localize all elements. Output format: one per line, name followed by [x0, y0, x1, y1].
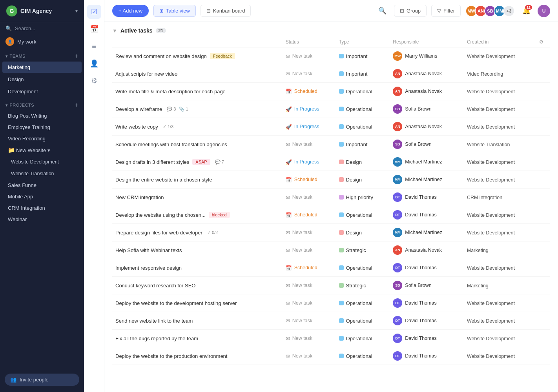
notifications-button[interactable]: 🔔 12 [520, 4, 533, 18]
task-created-in-col: Website Development [464, 83, 536, 100]
task-responsible: AN Anastasia Novak [393, 245, 461, 255]
task-name: Schedule meetings with best translation … [115, 142, 227, 147]
table-row[interactable]: Write website copy✓ 1/3 🚀 In Progress Op… [112, 118, 550, 136]
task-status: ✉ New task [286, 194, 333, 200]
task-type: Important [339, 53, 387, 59]
invite-icon: 👥 [10, 377, 16, 383]
task-status: ✉ New task [286, 53, 333, 59]
sidebar-item-mobile-app[interactable]: Mobile App [2, 191, 82, 202]
table-row[interactable]: Help Sofia with Webinar texts ✉ New task… [112, 241, 550, 259]
sidebar-item-marketing[interactable]: Marketing [2, 62, 82, 73]
sidebar-item-blog-post-writing[interactable]: Blog Post Writing [2, 111, 82, 121]
responsible-name: David Thomas [405, 265, 436, 270]
table-row[interactable]: New CRM integration ✉ New task High prio… [112, 189, 550, 206]
task-created-in: Website Development [467, 89, 515, 94]
status-label: New task [292, 53, 312, 59]
sidebar-item-video-recording[interactable]: Video Recording [2, 133, 82, 144]
sidebar-item-website-translation[interactable]: Website Translation [2, 168, 82, 179]
task-created-in-col: CRM integration [464, 189, 536, 206]
table-row[interactable]: Design drafts in 3 different stylesASAP💬… [112, 153, 550, 171]
task-created-in: Marketing [467, 283, 489, 289]
search-container[interactable]: 🔍 Search... [0, 22, 84, 34]
sidebar-header[interactable]: G GIM Agency ▾ [0, 0, 84, 22]
add-new-button[interactable]: + Add new [112, 5, 149, 17]
task-responsible-col: DT David Thomas [390, 330, 464, 347]
add-project-button[interactable]: + [75, 102, 78, 109]
my-work-item[interactable]: 👤 My work [0, 34, 84, 49]
task-name-cell: Schedule meetings with best translation … [115, 142, 279, 147]
col-settings[interactable]: ⚙ [536, 37, 550, 47]
task-type: Important [339, 71, 387, 77]
responsible-avatar: MM [393, 157, 402, 167]
calendar-icon[interactable]: 📅 [87, 22, 101, 36]
task-type: Operational [339, 265, 387, 271]
agency-chevron-icon: ▾ [75, 8, 78, 14]
table-row[interactable]: Adjust scripts for new video ✉ New task … [112, 65, 550, 83]
task-name-col: Design the entire website in a chosen st… [112, 171, 283, 189]
type-label: Design [346, 159, 362, 165]
task-type-col: Operational [336, 259, 390, 277]
table-row[interactable]: Design the entire website in a chosen st… [112, 171, 550, 189]
kanban-board-button[interactable]: ⊟ Kanban board [201, 5, 251, 17]
status-label: New task [292, 283, 312, 288]
filter-button[interactable]: ▽ Filter [431, 5, 461, 17]
task-settings-col [536, 294, 550, 312]
task-created-in-col: Website Development [464, 206, 536, 224]
status-icon: ✉ [286, 230, 290, 236]
table-row[interactable]: Develop the website using the chosen...b… [112, 206, 550, 224]
task-type: Strategic [339, 247, 387, 253]
task-status: 🚀 In Progress [286, 124, 333, 130]
task-created-in-col: Website Development [464, 224, 536, 241]
table-row[interactable]: Deploy the website to the production env… [112, 347, 550, 365]
task-type: Operational [339, 106, 387, 112]
table-row[interactable]: Conduct keyword research for SEO ✉ New t… [112, 277, 550, 294]
search-button[interactable]: 🔍 [376, 4, 389, 18]
sidebar-item-crm-integration[interactable]: CRM Integration [2, 203, 82, 213]
task-settings-col [536, 153, 550, 171]
task-settings-col [536, 47, 550, 65]
sidebar-item-design[interactable]: Design [2, 74, 82, 85]
task-name-col: Schedule meetings with best translation … [112, 136, 283, 153]
sidebar-item-website-development[interactable]: Website Development [2, 156, 82, 167]
table-row[interactable]: Implement responsive design 📅 Scheduled … [112, 259, 550, 277]
person-icon[interactable]: 👤 [87, 56, 101, 71]
invite-people-button[interactable]: 👥 Invite people [5, 374, 79, 386]
responsible-name: Sofia Brown [405, 106, 431, 112]
subtask-count: ✓ 0/2 [207, 230, 218, 235]
table-row[interactable]: Deploy the website to the development ho… [112, 294, 550, 312]
list-icon[interactable]: ≡ [87, 39, 101, 53]
table-view-button[interactable]: ⊞ Table view [153, 5, 196, 17]
responsible-avatar: MM [393, 175, 402, 184]
task-responsible-col: DT David Thomas [390, 206, 464, 224]
task-settings-col [536, 277, 550, 294]
settings-icon[interactable]: ⚙ [87, 74, 101, 88]
table-row[interactable]: Write meta title & meta description for … [112, 83, 550, 100]
type-color-dot [339, 336, 344, 341]
task-name: Help Sofia with Webinar texts [115, 247, 182, 253]
task-meta: ✓ 1/3 [163, 124, 173, 129]
task-type-col: High priority [336, 189, 390, 206]
user-avatar[interactable]: U [538, 5, 550, 17]
sidebar-item-development[interactable]: Development [2, 86, 82, 97]
task-created-in: Website Development [467, 107, 515, 112]
group-button[interactable]: ⊞ Group [394, 5, 427, 17]
responsible-avatar: AN [393, 245, 402, 255]
sidebar-item-new-website[interactable]: 📁 New Website ▾ [2, 145, 82, 156]
task-status: ✉ New task [286, 71, 333, 77]
task-name-cell: New CRM integration [115, 194, 279, 200]
task-responsible: SB Sofia Brown [393, 140, 461, 149]
sidebar-item-employee-training[interactable]: Employee Training [2, 122, 82, 132]
add-team-button[interactable]: + [75, 53, 78, 60]
table-row[interactable]: Fix all the bugs reported by the team ✉ … [112, 330, 550, 347]
table-row[interactable]: Prepare design files for web developer✓ … [112, 224, 550, 241]
table-row[interactable]: Review and comment on website designFeed… [112, 47, 550, 65]
sidebar-item-webinar[interactable]: Webinar [2, 214, 82, 225]
tasks-icon[interactable]: ☑ [87, 5, 101, 19]
task-responsible: DT David Thomas [393, 316, 461, 325]
table-row[interactable]: Schedule meetings with best translation … [112, 136, 550, 153]
group-icon: ⊞ [400, 8, 404, 14]
table-row[interactable]: Send new website link to the team ✉ New … [112, 312, 550, 330]
table-row[interactable]: Develop a wireframe💬 3📎 1 🚀 In Progress … [112, 100, 550, 118]
collapse-button[interactable]: ▼ [112, 28, 117, 34]
sidebar-item-sales-funnel[interactable]: Sales Funnel [2, 180, 82, 191]
